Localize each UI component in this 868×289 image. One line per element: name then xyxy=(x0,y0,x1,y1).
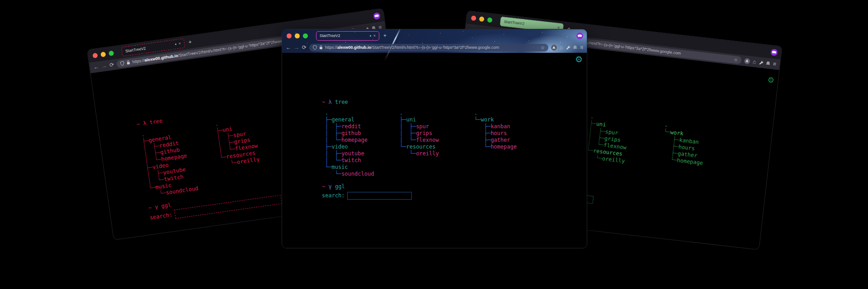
wrench-icon[interactable] xyxy=(566,43,570,51)
bookmark-link[interactable]: soundcloud xyxy=(341,171,374,177)
bookmark-link[interactable]: spur xyxy=(416,123,429,130)
tree-line: . xyxy=(400,110,474,117)
tab-close-icon[interactable]: × xyxy=(178,41,181,46)
terminal-content: ~ λ tree .├─general│ ├─reddit│ ├─github│… xyxy=(322,99,549,200)
account-avatar-icon[interactable]: A xyxy=(744,58,750,64)
new-tab-button[interactable]: + xyxy=(188,39,192,46)
tree-branch-glyph: │ └─ xyxy=(400,137,416,143)
tree-category: uni xyxy=(596,121,606,128)
bookmark-link[interactable]: grips xyxy=(416,130,432,136)
search-label: search: xyxy=(149,211,173,221)
wrench-icon[interactable] xyxy=(758,58,764,67)
zoom-window-button[interactable] xyxy=(303,33,308,38)
tree-line: ├─hours xyxy=(474,130,549,137)
zoom-window-button[interactable] xyxy=(108,50,114,56)
bookmark-link[interactable]: github xyxy=(341,130,361,136)
reload-icon[interactable]: ⟳ xyxy=(109,62,114,68)
tree-line: └─soundcloud xyxy=(325,171,400,177)
home-icon[interactable]: ⌂ xyxy=(560,45,563,50)
account-avatar-icon[interactable]: A xyxy=(551,45,557,51)
tree-line: │ └─homepage xyxy=(325,137,400,144)
tree-line: │ ├─spur xyxy=(400,123,474,130)
tree-column: .├─uni│ ├─spur│ ├─grips│ └─flexnow└─reso… xyxy=(583,113,665,189)
bookmark-link[interactable]: reddit xyxy=(341,123,361,130)
bell-icon[interactable] xyxy=(573,43,577,51)
private-browsing-mask-icon xyxy=(576,33,583,39)
tree-branch-glyph: ├─ xyxy=(474,123,491,130)
bookmark-link[interactable]: homepage xyxy=(491,144,517,150)
reload-icon[interactable]: ⟳ xyxy=(302,45,307,50)
settings-gear-icon[interactable]: ⚙ xyxy=(767,76,775,84)
shell-prompt-search: ~ γ ggl xyxy=(322,183,549,190)
private-browsing-mask-icon xyxy=(770,48,778,56)
tree-category: . xyxy=(400,110,403,116)
tree-branch-glyph: └─ xyxy=(400,144,406,150)
close-window-button[interactable] xyxy=(471,15,476,21)
tree-branch-glyph: │ └─ xyxy=(325,157,341,163)
traffic-lights xyxy=(471,15,493,23)
menu-icon[interactable]: ≡ xyxy=(580,45,583,50)
bell-icon[interactable] xyxy=(765,59,771,68)
tree-line: ├─gather xyxy=(474,137,549,144)
browser-tab[interactable]: StartTreeV2 × xyxy=(316,31,379,41)
new-tab-button[interactable]: + xyxy=(383,33,387,39)
tree-branch-glyph: │ ├─ xyxy=(325,130,341,136)
tree-branch-glyph: ├─ xyxy=(325,117,331,123)
start-page: ⚙ ~ λ tree .├─general│ ├─reddit│ ├─githu… xyxy=(282,53,587,248)
back-icon[interactable]: ← xyxy=(93,64,99,70)
minimize-window-button[interactable] xyxy=(100,51,106,57)
tree-branch-glyph: │ ├─ xyxy=(400,123,416,130)
tab-title: StartTreeV2 xyxy=(504,19,552,29)
minimize-window-button[interactable] xyxy=(479,16,484,22)
bookmark-link[interactable]: flexnow xyxy=(416,137,439,143)
search-input[interactable] xyxy=(347,192,412,200)
tab-favicon-dot-icon xyxy=(175,43,176,45)
tree-line: . xyxy=(474,110,549,117)
bookmark-link[interactable]: twitch xyxy=(341,157,361,163)
bookmark-link[interactable]: gather xyxy=(491,137,510,143)
shield-icon[interactable] xyxy=(313,44,317,51)
tree-branch-glyph: └─ xyxy=(474,144,491,150)
bookmark-link[interactable]: hours xyxy=(491,130,507,136)
zoom-window-button[interactable] xyxy=(487,17,492,23)
home-icon[interactable]: ⌂ xyxy=(752,59,756,65)
tab-strip: StartTreeV2 × + xyxy=(282,29,587,42)
tree-category: . xyxy=(590,113,594,120)
tree-branch-glyph: │ └─ xyxy=(325,137,341,143)
tab-favicon-dot-icon xyxy=(370,35,371,37)
bookmark-star-icon[interactable]: ☆ xyxy=(734,57,738,62)
minimize-window-button[interactable] xyxy=(295,33,300,38)
tree-category: uni xyxy=(406,117,416,123)
bookmark-link[interactable]: kanban xyxy=(491,123,510,130)
lock-icon xyxy=(126,58,131,67)
tree-column: .├─general│ ├─reddit│ ├─github│ └─homepa… xyxy=(141,121,224,199)
shield-icon[interactable] xyxy=(120,59,125,68)
tree-column: .└─work ├─kanban ├─hours ├─gather └─home… xyxy=(474,110,549,177)
forward-icon[interactable]: → xyxy=(294,45,299,50)
traffic-lights xyxy=(287,33,308,38)
settings-gear-icon[interactable]: ⚙ xyxy=(575,55,583,64)
url-bar[interactable]: https://alexw00.github.io/StartTreeV2/ht… xyxy=(309,44,548,51)
back-icon[interactable]: ← xyxy=(286,45,291,50)
tree-branch-glyph: │ ├─ xyxy=(325,150,341,157)
tree-line: └─homepage xyxy=(474,144,549,150)
tree-category: video xyxy=(331,144,348,150)
bookmark-link[interactable]: youtube xyxy=(341,150,364,157)
tree-category: . xyxy=(474,110,477,116)
close-window-button[interactable] xyxy=(92,52,98,58)
bookmark-link[interactable]: homepage xyxy=(341,137,368,143)
tree-line: └─work xyxy=(474,117,549,123)
tree-line: │ ├─youtube xyxy=(325,150,400,157)
tree-line: │ └─twitch xyxy=(325,157,400,164)
tree-line: ├─uni xyxy=(400,117,474,123)
menu-icon[interactable]: ≡ xyxy=(773,61,776,67)
bookmark-link[interactable]: oreilly xyxy=(416,150,439,157)
tree-line: └─oreilly xyxy=(400,150,474,157)
tab-close-icon[interactable]: × xyxy=(373,33,376,38)
private-browsing-mask-icon xyxy=(373,12,381,20)
bookmark-star-icon[interactable]: ☆ xyxy=(541,45,545,50)
close-window-button[interactable] xyxy=(287,33,292,38)
tree-category: music xyxy=(331,164,348,170)
tree-category: . xyxy=(215,121,219,127)
forward-icon[interactable]: → xyxy=(101,63,108,69)
